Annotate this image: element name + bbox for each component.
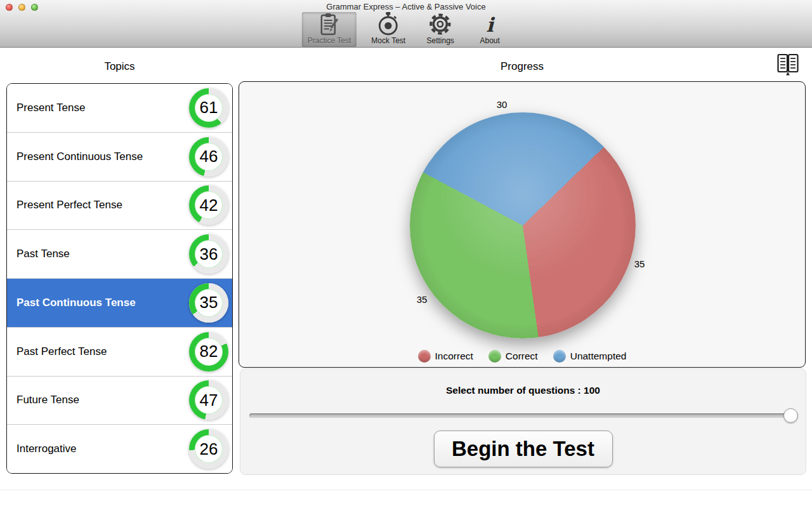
topic-row-past-tense[interactable]: Past Tense36 <box>7 230 232 279</box>
toolbar-item-label: Settings <box>426 36 454 45</box>
topic-label: Past Perfect Tense <box>16 345 107 358</box>
progress-chart-panel: 30 35 35 IncorrectCorrectUnattempted <box>239 81 806 368</box>
info-icon: i <box>486 13 494 36</box>
topic-label: Past Tense <box>16 248 70 260</box>
legend-item-incorrect: Incorrect <box>418 350 473 363</box>
legend-label: Incorrect <box>435 351 473 362</box>
topic-progress-value: 26 <box>195 435 223 463</box>
topic-row-interrogative[interactable]: Interrogative26 <box>7 425 232 473</box>
topic-progress-ring: 61 <box>189 88 228 128</box>
question-count-value: 100 <box>584 385 600 396</box>
legend-color-dot <box>418 350 431 363</box>
toolbar-item-label: Practice Test <box>308 36 351 45</box>
test-controls-panel: Select number of questions : 100 Begin t… <box>240 368 806 475</box>
report-book-button[interactable] <box>775 52 801 77</box>
pie-label-unattempted: 30 <box>497 99 508 110</box>
toolbar-item-mock-test[interactable]: Mock Test <box>365 12 411 47</box>
toolbar-item-settings[interactable]: Settings <box>420 12 461 47</box>
topic-label: Present Continuous Tense <box>16 150 143 163</box>
topics-heading: Topics <box>6 60 233 73</box>
question-count-label: Select number of questions : <box>446 385 581 396</box>
topic-progress-ring: 26 <box>189 429 228 469</box>
toolbar-item-practice-test[interactable]: Practice Test <box>302 12 357 47</box>
app-window: Grammar Express – Active & Passive Voice <box>0 0 812 508</box>
clipboard-pencil-icon <box>318 12 341 36</box>
slider-knob[interactable] <box>783 408 798 423</box>
toolbar-item-label: Mock Test <box>371 36 405 45</box>
topic-row-present-tense[interactable]: Present Tense61 <box>7 84 232 133</box>
legend-label: Unattempted <box>570 351 627 362</box>
topic-label: Future Tense <box>16 394 79 406</box>
window-title: Grammar Express – Active & Passive Voice <box>0 2 812 11</box>
progress-heading: Progress <box>239 60 806 73</box>
topic-progress-ring: 46 <box>189 137 228 177</box>
topic-progress-ring: 47 <box>189 380 228 420</box>
begin-test-button[interactable]: Begin the Test <box>434 431 613 467</box>
topic-progress-value: 82 <box>195 338 223 366</box>
topic-progress-ring: 82 <box>189 332 228 371</box>
pie-label-incorrect: 35 <box>634 258 645 269</box>
question-count-slider[interactable] <box>249 407 798 424</box>
topics-list: Present Tense61Present Continuous Tense4… <box>6 83 233 474</box>
topic-progress-ring: 35 <box>189 283 228 323</box>
slider-track[interactable] <box>249 413 798 418</box>
topic-progress-ring: 36 <box>189 234 228 274</box>
title-toolbar: Grammar Express – Active & Passive Voice <box>0 0 812 48</box>
pie-label-correct: 35 <box>417 294 428 305</box>
topic-row-future-tense[interactable]: Future Tense47 <box>7 377 232 425</box>
topic-row-past-perfect-tense[interactable]: Past Perfect Tense82 <box>7 328 232 377</box>
toolbar-items: Practice Test Mock Test <box>302 12 510 47</box>
topic-label: Past Continuous Tense <box>16 297 136 309</box>
legend-color-dot <box>553 350 566 363</box>
legend-item-correct: Correct <box>488 350 538 363</box>
pie-gloss-overlay <box>410 112 636 338</box>
topic-label: Present Perfect Tense <box>16 199 122 211</box>
topic-progress-value: 61 <box>195 94 223 122</box>
open-book-icon <box>775 53 801 77</box>
topic-label: Interrogative <box>16 443 77 455</box>
legend-label: Correct <box>506 351 538 362</box>
legend-color-dot <box>488 350 501 363</box>
topic-progress-value: 36 <box>195 240 223 268</box>
legend-item-unattempted: Unattempted <box>553 350 627 363</box>
topic-label: Present Tense <box>16 102 85 114</box>
bottom-divider <box>0 490 812 490</box>
topic-progress-value: 46 <box>195 143 223 171</box>
stopwatch-icon <box>377 11 399 36</box>
gear-icon <box>428 12 452 36</box>
chart-legend: IncorrectCorrectUnattempted <box>239 350 805 363</box>
topic-row-past-continuous-tense[interactable]: Past Continuous Tense35 <box>7 279 232 328</box>
toolbar-item-about[interactable]: i About <box>469 12 510 47</box>
topic-row-present-continuous-tense[interactable]: Present Continuous Tense46 <box>7 133 232 182</box>
topic-progress-value: 35 <box>195 289 223 317</box>
question-count-caption: Select number of questions : 100 <box>240 385 806 396</box>
topic-progress-ring: 42 <box>189 185 228 225</box>
toolbar-item-label: About <box>480 36 499 45</box>
topic-row-present-perfect-tense[interactable]: Present Perfect Tense42 <box>7 182 232 231</box>
progress-pie-chart <box>410 112 636 338</box>
